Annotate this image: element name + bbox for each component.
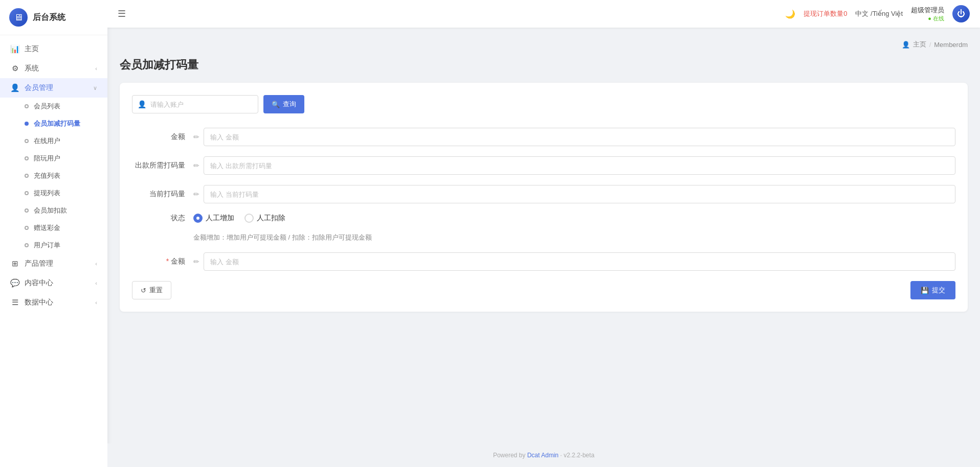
dot-icon [25,104,29,108]
edit-icon[interactable]: ✏ [193,190,199,198]
sidebar-item-label: 内容中心 [25,278,53,288]
dot-icon [25,156,29,160]
radio-deduct-label: 人工扣除 [257,214,285,223]
amount2-control-wrap: ✏ [193,252,955,271]
amount2-label: 金额 [132,257,193,266]
sidebar-sub-label: 用户订单 [34,241,60,250]
search-button-label: 查询 [283,100,296,109]
sidebar-logo: 🖥 后台系统 [0,0,107,35]
edit-icon[interactable]: ✏ [193,133,199,141]
footer: Powered by Dcat Admin · v2.2.2-beta [107,443,980,467]
grid-icon: ⊞ [10,259,19,268]
dark-mode-toggle[interactable]: 🌙 [785,9,795,19]
sidebar-item-product-mgmt[interactable]: ⊞ 产品管理 ‹ [0,254,107,273]
amount-label: 金额 [132,132,193,142]
chevron-icon: ‹ [95,65,97,72]
dot-icon [25,139,29,143]
username-label: 超级管理员 [911,6,944,15]
sidebar-item-member-list[interactable]: 会员列表 [25,98,107,115]
chevron-down-icon: ∨ [93,85,97,91]
menu-toggle-button[interactable]: ☰ [118,8,126,19]
pending-orders-link[interactable]: 提现订单数量0 [804,9,847,18]
reset-label: 重置 [149,286,163,295]
database-icon: ☰ [10,298,19,307]
amount-input[interactable] [204,128,955,146]
gear-icon: ⚙ [10,64,19,73]
sidebar: 🖥 后台系统 📊 主页 ⚙ 系统 ‹ 👤 会员管理 ∨ 会员列表 会员加减打码量 [0,0,107,467]
current-input[interactable] [204,185,955,203]
sidebar-item-content-center[interactable]: 💬 内容中心 ‹ [0,273,107,293]
sidebar-sub-label: 在线用户 [34,136,60,146]
info-text: 金额增加：增加用户可提现金额 / 扣除：扣除用户可提现金额 [193,233,955,242]
sidebar-sub-label: 会员加扣款 [34,206,67,215]
reset-button[interactable]: ↺ 重置 [132,281,171,299]
save-icon: 💾 [921,287,929,294]
sidebar-sub-label: 赠送彩金 [34,223,60,232]
reset-icon: ↺ [141,287,146,294]
form-row-amount2: 金额 ✏ [132,252,955,271]
withdrawal-input[interactable] [204,156,955,175]
withdrawal-label: 出款所需打码量 [132,161,193,170]
user-avatar[interactable]: ⏻ [952,5,970,22]
dot-icon [25,226,29,230]
chevron-icon: ‹ [95,299,97,306]
logo-icon: 🖥 [9,8,28,27]
form-row-status: 状态 人工增加 人工扣除 [132,214,955,223]
sidebar-item-gift-bonus[interactable]: 赠送彩金 [25,219,107,237]
search-bar: 👤 🔍 查询 [132,95,955,113]
edit-icon[interactable]: ✏ [193,258,199,266]
topbar: ☰ 🌙 提现订单数量0 中文 /Tiếng Việt 超级管理员 ● 在线 ⏻ [107,0,980,28]
main-area: ☰ 🌙 提现订单数量0 中文 /Tiếng Việt 超级管理员 ● 在线 ⏻ … [107,0,980,467]
submit-button[interactable]: 💾 提交 [910,281,955,299]
breadcrumb-home: 主页 [913,40,926,49]
chevron-icon: ‹ [95,261,97,267]
page-title: 会员加减打码量 [120,57,968,73]
sidebar-item-online-users[interactable]: 在线用户 [25,132,107,150]
breadcrumb: 👤 主页 / Memberdm [120,40,968,49]
dot-icon [25,208,29,213]
sidebar-sub-label: 会员列表 [34,102,60,111]
breadcrumb-current: Memberdm [934,41,968,49]
amount-control-wrap: ✏ [193,128,955,146]
search-input[interactable] [150,101,253,108]
sidebar-item-label: 系统 [25,64,39,73]
sidebar-sub-label: 提现列表 [34,189,60,198]
sidebar-item-recharge-list[interactable]: 充值列表 [25,167,107,184]
current-control-wrap: ✏ [193,185,955,203]
sidebar-sub-label: 会员加减打码量 [34,119,80,128]
form-row-withdrawal: 出款所需打码量 ✏ [132,156,955,175]
sidebar-item-companion-users[interactable]: 陪玩用户 [25,150,107,167]
dot-active-icon [25,122,29,126]
sidebar-item-system[interactable]: ⚙ 系统 ‹ [0,59,107,78]
chart-icon: 📊 [10,44,19,54]
footer-text: Powered by [493,452,525,459]
sidebar-item-label: 产品管理 [25,259,53,268]
footer-link[interactable]: Dcat Admin [527,452,559,459]
dot-icon [25,174,29,178]
sidebar-item-user-orders[interactable]: 用户订单 [25,237,107,254]
form-row-amount: 金额 ✏ [132,128,955,146]
radio-add[interactable]: 人工增加 [193,214,234,223]
user-icon: 👤 [10,83,19,92]
submit-label: 提交 [932,286,945,295]
user-search-icon: 👤 [138,100,146,108]
search-button[interactable]: 🔍 查询 [263,95,304,113]
amount2-input[interactable] [204,252,955,271]
page-header: 会员加减打码量 [120,57,968,73]
sidebar-item-member-mgmt[interactable]: 👤 会员管理 ∨ [0,78,107,98]
sidebar-item-withdrawal-list[interactable]: 提现列表 [25,184,107,202]
footer-version: · v2.2.2-beta [560,452,594,459]
radio-deduct[interactable]: 人工扣除 [244,214,285,223]
main-card: 👤 🔍 查询 金额 ✏ 出款所需打码量 ✏ [120,83,968,312]
sidebar-item-home[interactable]: 📊 主页 [0,39,107,59]
sidebar-item-member-code[interactable]: 会员加减打码量 [25,115,107,132]
language-selector[interactable]: 中文 /Tiếng Việt [855,9,903,18]
radio-add-label: 人工增加 [206,214,234,223]
sidebar-item-member-deduction[interactable]: 会员加扣款 [25,202,107,219]
chat-icon: 💬 [10,278,19,288]
sidebar-item-data-center[interactable]: ☰ 数据中心 ‹ [0,293,107,312]
action-bar: ↺ 重置 💾 提交 [132,281,955,299]
edit-icon[interactable]: ✏ [193,161,199,170]
sidebar-item-label: 主页 [25,44,39,54]
status-control-wrap: 人工增加 人工扣除 [193,214,955,223]
